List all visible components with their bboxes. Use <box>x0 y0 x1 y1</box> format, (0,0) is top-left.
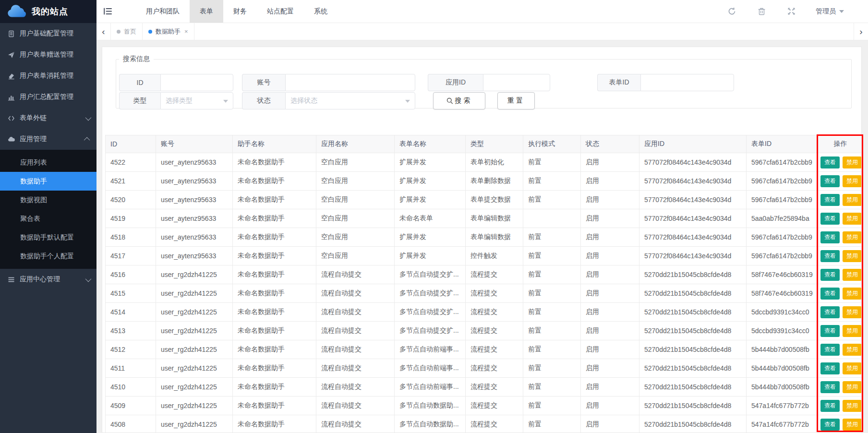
cell: 4511 <box>106 359 156 378</box>
column-header-6: 执行模式 <box>523 135 581 153</box>
fullscreen-icon[interactable] <box>787 7 796 15</box>
search-field-appid: 应用ID <box>428 74 550 91</box>
sidebar-item-0[interactable]: 用户基础配置管理 <box>0 23 96 44</box>
view-button[interactable]: 查看 <box>820 156 840 168</box>
view-button[interactable]: 查看 <box>820 325 840 337</box>
reset-button[interactable]: 重置 <box>497 92 535 109</box>
cell: 启用 <box>581 415 639 433</box>
user-menu[interactable]: 管理员 <box>816 7 844 16</box>
disable-button[interactable]: 禁用 <box>843 419 862 431</box>
view-button[interactable]: 查看 <box>820 362 840 374</box>
cell: 前置 <box>523 247 581 265</box>
sidebar-subitem-2[interactable]: 数据视图 <box>0 191 96 209</box>
sidebar-collapse-icon[interactable] <box>96 0 119 23</box>
close-icon[interactable]: × <box>184 28 188 35</box>
nav-item-0[interactable]: 用户和团队 <box>136 0 190 23</box>
column-header-5: 类型 <box>466 135 523 153</box>
type-select[interactable]: 选择类型 <box>160 92 233 109</box>
view-button[interactable]: 查看 <box>820 213 840 225</box>
sidebar-subitem-3[interactable]: 聚合表 <box>0 209 96 228</box>
disable-button[interactable]: 禁用 <box>843 175 862 187</box>
sidebar-item-1[interactable]: 用户表单赠送管理 <box>0 44 96 65</box>
cell: 4521 <box>106 172 156 191</box>
tabs-scroll-right-icon[interactable]: › <box>854 23 868 40</box>
sidebar-item-6[interactable]: 应用中心管理 <box>0 269 96 290</box>
nav-item-2[interactable]: 财务 <box>223 0 257 23</box>
tab-0[interactable]: 首页 <box>111 23 143 40</box>
refresh-icon[interactable] <box>728 7 736 15</box>
disable-button[interactable]: 禁用 <box>843 288 862 300</box>
tabs-scroll-left-icon[interactable]: ‹ <box>96 23 111 40</box>
id-input[interactable] <box>166 79 228 86</box>
view-button[interactable]: 查看 <box>820 194 840 206</box>
search-field-status-label: 状态 <box>242 92 285 109</box>
sidebar-item-3[interactable]: 用户汇总配置管理 <box>0 86 96 108</box>
disable-button[interactable]: 禁用 <box>843 156 862 168</box>
cell: 启用 <box>581 265 639 284</box>
view-button[interactable]: 查看 <box>820 175 840 187</box>
tab-label: 首页 <box>124 27 136 36</box>
disable-button[interactable]: 禁用 <box>843 250 862 262</box>
view-button[interactable]: 查看 <box>820 381 840 393</box>
tab-1[interactable]: 数据助手× <box>143 23 194 40</box>
sidebar-submenu: 应用列表数据助手数据视图聚合表数据助手默认配置数据助手个人配置 <box>0 150 96 269</box>
cell: 4510 <box>106 378 156 397</box>
search-button[interactable]: 搜索 <box>433 92 485 109</box>
view-button[interactable]: 查看 <box>820 344 840 356</box>
nav-item-3[interactable]: 站点配置 <box>257 0 304 23</box>
cell: 5aa0ab7fe25894ba <box>747 209 819 228</box>
nav-item-1[interactable]: 表单 <box>190 0 223 23</box>
view-button[interactable]: 查看 <box>820 400 840 412</box>
view-button[interactable]: 查看 <box>820 250 840 262</box>
sidebar-subitem-0[interactable]: 应用列表 <box>0 153 96 172</box>
cell: 前置 <box>523 153 581 172</box>
cell: 前置 <box>523 359 581 378</box>
chevron-down-icon <box>839 10 844 13</box>
cell: 5270dd21b15045cb8cfde4d8 <box>639 359 747 378</box>
disable-button[interactable]: 禁用 <box>843 381 862 393</box>
search-field-type: 类型 选择类型 <box>119 92 233 109</box>
cell: 扩展并发 <box>395 228 466 247</box>
table-row: 4511user_rg2dzh41225未命名数据助手流程自动提交多节点自动前端… <box>106 359 862 378</box>
sidebar-subitem-4[interactable]: 数据助手默认配置 <box>0 228 96 247</box>
disable-button[interactable]: 禁用 <box>843 325 862 337</box>
view-button[interactable]: 查看 <box>820 288 840 300</box>
cell: 未命名数据助手 <box>233 209 316 228</box>
status-select[interactable]: 选择状态 <box>285 92 415 109</box>
disable-button[interactable]: 禁用 <box>843 344 862 356</box>
view-button[interactable]: 查看 <box>820 419 840 431</box>
site-logo[interactable]: 我的站点 <box>0 0 96 23</box>
cell: 启用 <box>581 322 639 340</box>
disable-button[interactable]: 禁用 <box>843 231 862 243</box>
sidebar-item-4[interactable]: 表单外链 <box>0 108 96 129</box>
trash-icon[interactable] <box>758 7 766 15</box>
appid-input[interactable] <box>488 79 545 86</box>
formid-input[interactable] <box>646 79 729 86</box>
disable-button[interactable]: 禁用 <box>843 400 862 412</box>
disable-button[interactable]: 禁用 <box>843 194 862 206</box>
view-button[interactable]: 查看 <box>820 306 840 318</box>
table-row: 4520user_aytenz95633未命名数据助手空白应用扩展并发表单提交数… <box>106 191 862 209</box>
cell: user_aytenz95633 <box>156 191 233 209</box>
actions-cell: 查看禁用 <box>819 265 862 284</box>
sidebar-item-5[interactable]: 应用管理 <box>0 129 96 150</box>
cell: 前置 <box>523 322 581 340</box>
sidebar-subitem-5[interactable]: 数据助手个人配置 <box>0 247 96 265</box>
sidebar-item-2[interactable]: 用户表单消耗管理 <box>0 65 96 86</box>
sidebar-subitem-1[interactable]: 数据助手 <box>0 172 96 191</box>
disable-button[interactable]: 禁用 <box>843 213 862 225</box>
disable-button[interactable]: 禁用 <box>843 306 862 318</box>
view-button[interactable]: 查看 <box>820 231 840 243</box>
cell: 4516 <box>106 265 156 284</box>
account-input[interactable] <box>290 79 410 86</box>
cell: 577072f08464c143e4c9034d <box>639 209 747 228</box>
cell: 多节点自动前端事... <box>395 340 466 359</box>
cloud-logo-icon <box>6 4 28 19</box>
search-icon <box>446 97 453 104</box>
view-button[interactable]: 查看 <box>820 269 840 281</box>
disable-button[interactable]: 禁用 <box>843 362 862 374</box>
nav-item-4[interactable]: 系统 <box>304 0 338 23</box>
link-icon <box>8 115 15 122</box>
actions-cell: 查看禁用 <box>819 153 862 172</box>
disable-button[interactable]: 禁用 <box>843 269 862 281</box>
